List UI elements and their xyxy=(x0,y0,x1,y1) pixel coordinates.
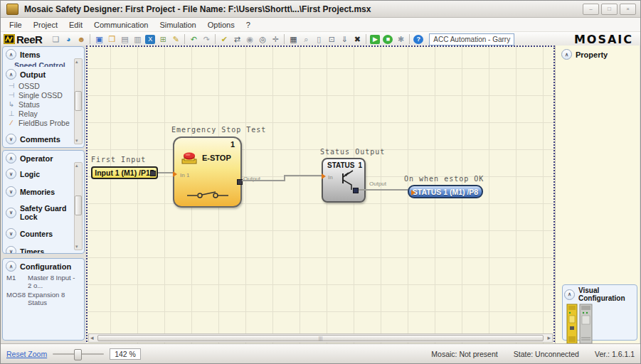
web-update-icon[interactable]: ◕ xyxy=(62,33,75,45)
simulation-tools-icon[interactable]: ✱ xyxy=(394,33,407,45)
chevron-down-icon[interactable] xyxy=(6,246,16,254)
title-bar[interactable]: Mosaic Safety Designer: First Project - … xyxy=(1,1,640,18)
zoom-icon[interactable]: ⌕ xyxy=(300,33,312,45)
chevron-down-icon[interactable] xyxy=(6,134,16,144)
chevron-up-icon[interactable] xyxy=(6,69,16,80)
operator-panel-header[interactable]: Operator xyxy=(3,151,84,165)
status-comment-label[interactable]: Status Output xyxy=(320,148,385,156)
menu-edit[interactable]: Edit xyxy=(63,21,88,29)
status-output-block[interactable]: STATUS 1 (M1) /P8 xyxy=(408,185,483,198)
input-output-pin[interactable] xyxy=(150,171,156,176)
wire-estop-to-status[interactable] xyxy=(284,175,322,176)
target-icon[interactable]: ◎ xyxy=(256,33,269,45)
connect-icon[interactable]: ⇄ xyxy=(231,33,243,45)
wire-estop-to-status[interactable] xyxy=(242,180,285,181)
save-project-icon[interactable]: ▣ xyxy=(92,33,105,45)
chevron-down-icon[interactable] xyxy=(6,208,16,218)
stop-icon[interactable]: ■ xyxy=(383,35,393,44)
disconnect-icon[interactable]: ✖ xyxy=(351,33,364,45)
estop-comment-label[interactable]: Emergency Stop Test xyxy=(171,126,266,134)
toolbar-separator xyxy=(90,34,90,44)
zoom-slider-thumb[interactable] xyxy=(74,349,82,360)
output-section-header[interactable]: Output xyxy=(3,67,84,81)
comments-section-header[interactable]: Comments xyxy=(3,132,84,146)
snapshot-icon[interactable]: ▦ xyxy=(287,33,300,45)
sidebar-item-speed-control[interactable]: Speed Control xyxy=(3,61,84,67)
user-password-icon[interactable]: ☻ xyxy=(75,33,88,45)
items-panel-header[interactable]: Items xyxy=(3,47,84,61)
new-report-icon[interactable]: ❏ xyxy=(49,33,62,45)
send-icon[interactable]: ◉ xyxy=(243,33,256,45)
menu-file[interactable]: File xyxy=(4,21,28,29)
sidebar-group-logic[interactable]: Logic xyxy=(3,165,84,183)
validate-icon[interactable]: ✔ xyxy=(218,33,231,45)
reset-zoom-link[interactable]: Reset Zoom xyxy=(6,350,47,358)
estop-input-pin[interactable] xyxy=(173,171,177,177)
run-icon[interactable]: ▶ xyxy=(370,35,380,44)
close-button[interactable]: × xyxy=(620,4,636,15)
chevron-up-icon[interactable] xyxy=(564,289,575,300)
menu-simulation[interactable]: Simulation xyxy=(154,21,201,29)
output-comment-label[interactable]: On when estop OK xyxy=(404,175,484,183)
chevron-down-icon[interactable] xyxy=(6,186,16,197)
grid-icon[interactable]: ⊞ xyxy=(157,33,169,45)
print-icon[interactable]: ▤ xyxy=(118,33,131,45)
estop-block[interactable]: 1 E-STOP In 1 xyxy=(173,136,242,208)
scrollbar-thumb[interactable] xyxy=(75,91,82,111)
wire-input-to-estop[interactable] xyxy=(158,172,173,173)
config-row-m1[interactable]: M1 Master 8 Input - 2 o... xyxy=(3,273,84,290)
edit-icon[interactable]: ✎ xyxy=(169,33,182,45)
redo-icon[interactable]: ↷ xyxy=(200,33,213,45)
minimize-button[interactable]: – xyxy=(583,4,599,15)
zoom-slider[interactable] xyxy=(53,349,104,359)
sidebar-group-timers[interactable]: Timers xyxy=(3,242,84,254)
sidebar-item-relay[interactable]: ⊥ Relay xyxy=(3,109,84,118)
undo-icon[interactable]: ↶ xyxy=(187,33,200,45)
chevron-down-icon[interactable] xyxy=(6,168,16,179)
status-output-pin[interactable] xyxy=(353,188,359,193)
canvas-horizontal-scrollbar[interactable] xyxy=(88,333,553,343)
input-block[interactable]: Input 1 (M1) /P17 xyxy=(91,166,158,179)
sidebar-item-fieldbus-probe[interactable]: ∕ FieldBus Probe xyxy=(3,118,84,127)
chevron-up-icon[interactable] xyxy=(6,49,16,60)
clipboard-icon[interactable]: ▯ xyxy=(312,33,325,45)
help-icon[interactable]: ? xyxy=(413,35,423,44)
property-panel-header[interactable]: Property xyxy=(556,46,640,63)
sidebar-group-safety-guard-lock[interactable]: Safety Guard Lock xyxy=(3,200,84,225)
account-field[interactable]: ACC Automation - Garry xyxy=(429,33,514,46)
toolbar-icons: ❏◕☻▣❒▤▥X⊞✎↶↷✔⇄◉◎✛▦⌕▯⊡⇓✖▶■✱? xyxy=(49,33,425,45)
sidebar-item-single-ossd[interactable]: ⊣ Single OSSD xyxy=(3,90,84,100)
menu-communication[interactable]: Communication xyxy=(88,21,154,29)
visual-configuration-header[interactable]: Visual Configuration xyxy=(563,285,637,304)
maximize-button[interactable]: □ xyxy=(601,4,618,15)
status-input-pin[interactable] xyxy=(322,173,326,179)
scrollbar-thumb[interactable] xyxy=(75,196,82,215)
configuration-panel-header[interactable]: Configuration xyxy=(3,259,84,273)
menu-project[interactable]: Project xyxy=(28,21,63,29)
items-panel-scrollbar[interactable] xyxy=(74,58,83,144)
sidebar-item-status[interactable]: ↳ Status xyxy=(3,100,84,109)
wrench-icon[interactable]: ✛ xyxy=(269,33,282,45)
sidebar-group-counters[interactable]: Counters xyxy=(3,225,84,242)
print-report-icon[interactable]: ▥ xyxy=(131,33,144,45)
status-block[interactable]: STATUS 1 In xyxy=(322,158,366,203)
monitor-icon[interactable]: ⊡ xyxy=(325,33,338,45)
operator-panel-scrollbar[interactable] xyxy=(74,162,83,250)
sidebar-group-memories[interactable]: Memories xyxy=(3,183,84,200)
config-row-mos8[interactable]: MOS8 Expansion 8 Status xyxy=(3,290,84,307)
download-icon[interactable]: ⇓ xyxy=(338,33,351,45)
sidebar-item-ossd[interactable]: ⊣ OSSD xyxy=(3,81,84,90)
chevron-up-icon[interactable] xyxy=(561,49,572,60)
export-excel-icon[interactable]: X xyxy=(145,35,155,44)
wire-status-to-output[interactable] xyxy=(359,189,408,191)
menu-options[interactable]: Options xyxy=(202,21,240,29)
open-project-icon[interactable]: ❒ xyxy=(105,33,118,45)
menu-help[interactable]: ? xyxy=(240,21,256,29)
chevron-up-icon[interactable] xyxy=(6,153,16,164)
scrollbar-thumb[interactable] xyxy=(97,335,544,341)
input-comment-label[interactable]: First Input xyxy=(91,156,146,164)
chevron-up-icon[interactable] xyxy=(6,261,16,272)
chevron-down-icon[interactable] xyxy=(6,228,16,239)
design-canvas[interactable]: First Input Input 1 (M1) /P17 Emergency … xyxy=(86,46,555,345)
config-module-desc: Master 8 Input - 2 o... xyxy=(28,274,80,289)
